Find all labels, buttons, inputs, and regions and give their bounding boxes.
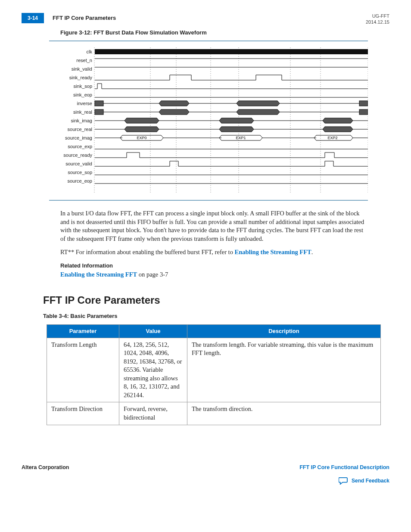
svg-text:EXP0: EXP0 bbox=[137, 136, 146, 140]
paragraph-1: In a burst I/O data flow FFT, the FFT ca… bbox=[60, 209, 368, 243]
paragraph-2: RT** For information about enabling the … bbox=[60, 248, 368, 257]
page-number: 3-14 bbox=[22, 13, 44, 23]
svg-text:source_real: source_real bbox=[68, 127, 92, 132]
wave-source-real bbox=[95, 127, 368, 132]
signal-labels: clk reset_n sink_valid sink_ready sink_s… bbox=[63, 49, 92, 184]
wave-sink-sop bbox=[95, 84, 368, 89]
svg-marker-47 bbox=[323, 127, 353, 132]
svg-text:sink_sop: sink_sop bbox=[74, 84, 92, 89]
svg-text:source_ready: source_ready bbox=[63, 152, 92, 158]
basic-parameters-table: Parameter Value Description Transform Le… bbox=[47, 324, 381, 425]
svg-text:sink_eop: sink_eop bbox=[73, 92, 92, 97]
col-value: Value bbox=[119, 325, 187, 338]
svg-text:inverse: inverse bbox=[77, 101, 92, 106]
wave-source-imag: EXP0 EXP1 EXP2 bbox=[95, 135, 368, 140]
link-enabling-streaming-fft[interactable]: Enabling the Streaming FFT bbox=[235, 249, 311, 255]
waveform-svg: clk reset_n sink_valid sink_ready sink_s… bbox=[49, 47, 368, 194]
page-footer: Altera Corporation FFT IP Core Functiona… bbox=[22, 464, 389, 485]
svg-text:source_exp: source_exp bbox=[68, 144, 92, 149]
col-parameter: Parameter bbox=[47, 325, 119, 338]
table-row: Transform Length 64, 128, 256, 512, 1024… bbox=[47, 338, 381, 402]
svg-marker-38 bbox=[125, 118, 159, 123]
link-related-streaming-fft[interactable]: Enabling the Streaming FFT bbox=[60, 271, 137, 278]
related-information-heading: Related Information bbox=[60, 262, 368, 270]
wave-inverse bbox=[95, 101, 368, 106]
svg-marker-25 bbox=[159, 101, 189, 106]
waveform-figure: clk reset_n sink_valid sink_ready sink_s… bbox=[49, 40, 368, 201]
svg-text:source_imag: source_imag bbox=[65, 135, 92, 140]
link-functional-description[interactable]: FFT IP Core Functional Description bbox=[299, 464, 389, 470]
related-information-link-line: Enabling the Streaming FFT on page 3-7 bbox=[60, 271, 368, 279]
link-send-feedback[interactable]: Send Feedback bbox=[352, 477, 389, 484]
svg-marker-45 bbox=[125, 127, 159, 132]
doc-code: UG-FFT bbox=[366, 13, 389, 19]
svg-text:EXP1: EXP1 bbox=[236, 136, 246, 140]
body-text: In a burst I/O data flow FFT, the FFT ca… bbox=[60, 209, 368, 279]
svg-text:sink_real: sink_real bbox=[73, 109, 92, 115]
svg-rect-34 bbox=[359, 109, 368, 115]
svg-marker-32 bbox=[159, 109, 189, 115]
page-header: 3-14 FFT IP Core Parameters UG-FFT 2014.… bbox=[22, 13, 389, 25]
svg-marker-46 bbox=[219, 127, 254, 132]
wave-clk bbox=[95, 49, 368, 54]
svg-text:clk: clk bbox=[87, 49, 93, 54]
svg-text:reset_n: reset_n bbox=[76, 58, 92, 63]
svg-rect-31 bbox=[95, 109, 103, 115]
svg-marker-39 bbox=[219, 118, 254, 123]
svg-text:source_valid: source_valid bbox=[65, 161, 92, 166]
wave-source-ready bbox=[95, 152, 368, 158]
running-title: FFT IP Core Parameters bbox=[53, 14, 116, 22]
svg-rect-24 bbox=[95, 101, 103, 106]
table-caption: Table 3-4: Basic Parameters bbox=[43, 312, 389, 320]
wave-sink-real bbox=[95, 109, 368, 115]
header-right: UG-FFT 2014.12.15 bbox=[366, 13, 389, 25]
svg-text:sink_valid: sink_valid bbox=[72, 66, 92, 72]
footer-right: FFT IP Core Functional Description Send … bbox=[299, 464, 389, 485]
feedback-icon bbox=[339, 477, 348, 485]
table-row: Transform Direction Forward, reverse, bi… bbox=[47, 402, 381, 425]
figure-title: Figure 3-12: FFT Burst Data Flow Simulat… bbox=[60, 29, 389, 37]
svg-text:EXP2: EXP2 bbox=[327, 136, 337, 140]
header-left: 3-14 FFT IP Core Parameters bbox=[22, 13, 116, 23]
wave-source-valid bbox=[95, 161, 368, 166]
table-header-row: Parameter Value Description bbox=[47, 325, 381, 338]
svg-text:sink_ready: sink_ready bbox=[69, 75, 93, 80]
svg-marker-26 bbox=[237, 101, 280, 106]
svg-marker-40 bbox=[323, 118, 353, 123]
svg-marker-33 bbox=[237, 109, 280, 115]
wave-sink-ready bbox=[95, 75, 368, 80]
svg-text:source_eop: source_eop bbox=[68, 178, 93, 184]
footer-left: Altera Corporation bbox=[22, 464, 69, 471]
section-heading: FFT IP Core Parameters bbox=[43, 293, 389, 307]
col-description: Description bbox=[187, 325, 381, 338]
doc-date: 2014.12.15 bbox=[366, 19, 389, 25]
svg-text:source_sop: source_sop bbox=[68, 170, 92, 175]
svg-rect-27 bbox=[359, 101, 368, 106]
svg-text:sink_imag: sink_imag bbox=[71, 118, 92, 123]
wave-sink-imag bbox=[95, 118, 368, 123]
